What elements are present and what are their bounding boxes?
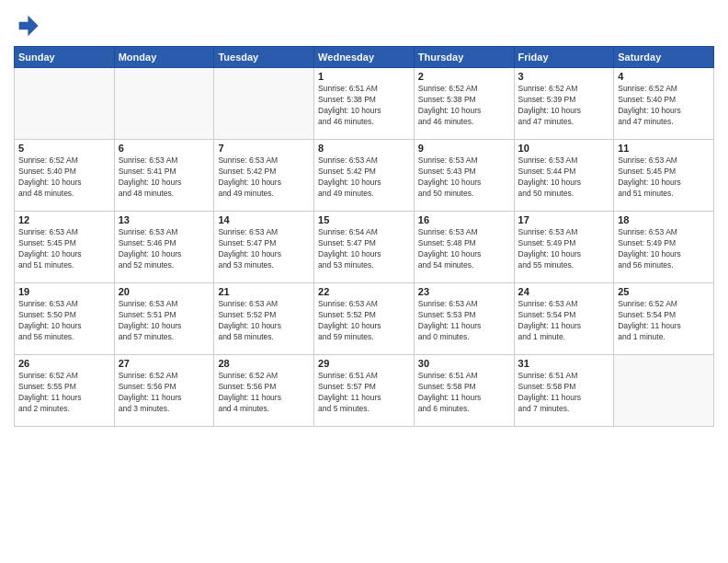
day-number: 20 — [119, 286, 210, 297]
day-cell: 19Sunrise: 6:53 AM Sunset: 5:50 PM Dayli… — [15, 283, 115, 355]
day-info: Sunrise: 6:53 AM Sunset: 5:51 PM Dayligh… — [119, 299, 210, 343]
day-cell: 4Sunrise: 6:52 AM Sunset: 5:40 PM Daylig… — [614, 68, 714, 140]
day-number: 22 — [318, 286, 410, 297]
day-cell: 17Sunrise: 6:53 AM Sunset: 5:49 PM Dayli… — [514, 212, 614, 283]
day-number: 11 — [618, 143, 710, 154]
day-number: 6 — [119, 143, 210, 154]
day-info: Sunrise: 6:53 AM Sunset: 5:48 PM Dayligh… — [418, 227, 510, 271]
day-number: 12 — [18, 214, 110, 225]
day-cell: 9Sunrise: 6:53 AM Sunset: 5:43 PM Daylig… — [414, 140, 514, 212]
day-number: 23 — [418, 286, 510, 297]
day-cell: 20Sunrise: 6:53 AM Sunset: 5:51 PM Dayli… — [114, 283, 214, 355]
day-header-wednesday: Wednesday — [314, 47, 415, 68]
day-cell — [614, 355, 714, 427]
day-number: 25 — [618, 286, 710, 297]
day-info: Sunrise: 6:53 AM Sunset: 5:50 PM Dayligh… — [18, 299, 110, 343]
day-info: Sunrise: 6:53 AM Sunset: 5:45 PM Dayligh… — [618, 155, 710, 200]
day-header-sunday: Sunday — [15, 47, 115, 68]
day-info: Sunrise: 6:51 AM Sunset: 5:38 PM Dayligh… — [318, 84, 410, 128]
day-info: Sunrise: 6:53 AM Sunset: 5:41 PM Dayligh… — [119, 155, 210, 200]
day-cell: 26Sunrise: 6:52 AM Sunset: 5:55 PM Dayli… — [15, 355, 115, 427]
day-cell: 5Sunrise: 6:52 AM Sunset: 5:40 PM Daylig… — [15, 140, 115, 212]
day-header-saturday: Saturday — [614, 47, 714, 68]
day-info: Sunrise: 6:53 AM Sunset: 5:42 PM Dayligh… — [318, 155, 410, 200]
day-number: 17 — [518, 214, 610, 225]
day-cell: 14Sunrise: 6:53 AM Sunset: 5:47 PM Dayli… — [214, 212, 314, 283]
day-number: 7 — [218, 143, 310, 154]
days-header-row: SundayMondayTuesdayWednesdayThursdayFrid… — [15, 47, 714, 68]
day-cell: 16Sunrise: 6:53 AM Sunset: 5:48 PM Dayli… — [414, 212, 514, 283]
day-number: 13 — [119, 214, 210, 225]
svg-marker-1 — [19, 16, 39, 36]
day-cell: 3Sunrise: 6:52 AM Sunset: 5:39 PM Daylig… — [514, 68, 614, 140]
week-row-2: 5Sunrise: 6:52 AM Sunset: 5:40 PM Daylig… — [15, 140, 714, 212]
day-cell — [114, 68, 214, 140]
day-info: Sunrise: 6:54 AM Sunset: 5:47 PM Dayligh… — [318, 227, 410, 271]
day-cell: 31Sunrise: 6:51 AM Sunset: 5:58 PM Dayli… — [514, 355, 614, 427]
week-row-4: 19Sunrise: 6:53 AM Sunset: 5:50 PM Dayli… — [15, 283, 714, 355]
day-cell: 12Sunrise: 6:53 AM Sunset: 5:45 PM Dayli… — [15, 212, 115, 283]
day-number: 1 — [318, 71, 410, 82]
day-info: Sunrise: 6:52 AM Sunset: 5:56 PM Dayligh… — [119, 371, 210, 415]
day-info: Sunrise: 6:52 AM Sunset: 5:56 PM Dayligh… — [218, 371, 310, 415]
day-cell: 28Sunrise: 6:52 AM Sunset: 5:56 PM Dayli… — [214, 355, 314, 427]
day-cell: 10Sunrise: 6:53 AM Sunset: 5:44 PM Dayli… — [514, 140, 614, 212]
day-number: 31 — [518, 358, 610, 369]
day-header-thursday: Thursday — [414, 47, 514, 68]
day-header-monday: Monday — [114, 47, 214, 68]
day-cell: 27Sunrise: 6:52 AM Sunset: 5:56 PM Dayli… — [114, 355, 214, 427]
day-cell: 15Sunrise: 6:54 AM Sunset: 5:47 PM Dayli… — [314, 212, 415, 283]
day-info: Sunrise: 6:53 AM Sunset: 5:44 PM Dayligh… — [518, 155, 610, 200]
day-info: Sunrise: 6:52 AM Sunset: 5:54 PM Dayligh… — [618, 299, 710, 343]
day-info: Sunrise: 6:51 AM Sunset: 5:58 PM Dayligh… — [418, 371, 510, 415]
day-cell: 29Sunrise: 6:51 AM Sunset: 5:57 PM Dayli… — [314, 355, 415, 427]
day-info: Sunrise: 6:53 AM Sunset: 5:54 PM Dayligh… — [518, 299, 610, 343]
day-info: Sunrise: 6:53 AM Sunset: 5:47 PM Dayligh… — [218, 227, 310, 271]
header — [14, 9, 714, 39]
day-info: Sunrise: 6:52 AM Sunset: 5:40 PM Dayligh… — [618, 84, 710, 128]
day-number: 27 — [119, 358, 210, 369]
day-cell: 23Sunrise: 6:53 AM Sunset: 5:53 PM Dayli… — [414, 283, 514, 355]
day-number: 10 — [518, 143, 610, 154]
day-info: Sunrise: 6:52 AM Sunset: 5:38 PM Dayligh… — [418, 84, 510, 128]
day-cell: 8Sunrise: 6:53 AM Sunset: 5:42 PM Daylig… — [314, 140, 415, 212]
day-info: Sunrise: 6:53 AM Sunset: 5:49 PM Dayligh… — [618, 227, 710, 271]
day-info: Sunrise: 6:53 AM Sunset: 5:46 PM Dayligh… — [119, 227, 210, 271]
day-number: 21 — [218, 286, 310, 297]
day-cell: 18Sunrise: 6:53 AM Sunset: 5:49 PM Dayli… — [614, 212, 714, 283]
day-info: Sunrise: 6:51 AM Sunset: 5:57 PM Dayligh… — [318, 371, 410, 415]
day-number: 2 — [418, 71, 510, 82]
day-cell: 24Sunrise: 6:53 AM Sunset: 5:54 PM Dayli… — [514, 283, 614, 355]
day-cell: 7Sunrise: 6:53 AM Sunset: 5:42 PM Daylig… — [214, 140, 314, 212]
day-number: 5 — [18, 143, 110, 154]
day-info: Sunrise: 6:53 AM Sunset: 5:42 PM Dayligh… — [218, 155, 310, 200]
day-number: 28 — [218, 358, 310, 369]
day-number: 19 — [18, 286, 110, 297]
day-info: Sunrise: 6:51 AM Sunset: 5:58 PM Dayligh… — [518, 371, 610, 415]
day-info: Sunrise: 6:53 AM Sunset: 5:43 PM Dayligh… — [418, 155, 510, 200]
page: SundayMondayTuesdayWednesdayThursdayFrid… — [0, 0, 728, 436]
week-row-1: 1Sunrise: 6:51 AM Sunset: 5:38 PM Daylig… — [15, 68, 714, 140]
day-number: 9 — [418, 143, 510, 154]
day-number: 8 — [318, 143, 410, 154]
day-info: Sunrise: 6:52 AM Sunset: 5:40 PM Dayligh… — [18, 155, 110, 200]
calendar-table: SundayMondayTuesdayWednesdayThursdayFrid… — [14, 46, 714, 427]
day-number: 14 — [218, 214, 310, 225]
logo-icon — [14, 13, 40, 39]
day-number: 3 — [518, 71, 610, 82]
day-number: 15 — [318, 214, 410, 225]
day-number: 30 — [418, 358, 510, 369]
day-cell: 1Sunrise: 6:51 AM Sunset: 5:38 PM Daylig… — [314, 68, 415, 140]
day-number: 29 — [318, 358, 410, 369]
logo — [14, 13, 43, 39]
day-info: Sunrise: 6:53 AM Sunset: 5:49 PM Dayligh… — [518, 227, 610, 271]
day-cell: 30Sunrise: 6:51 AM Sunset: 5:58 PM Dayli… — [414, 355, 514, 427]
day-header-tuesday: Tuesday — [214, 47, 314, 68]
day-info: Sunrise: 6:53 AM Sunset: 5:53 PM Dayligh… — [418, 299, 510, 343]
day-cell: 11Sunrise: 6:53 AM Sunset: 5:45 PM Dayli… — [614, 140, 714, 212]
day-cell — [214, 68, 314, 140]
day-cell: 21Sunrise: 6:53 AM Sunset: 5:52 PM Dayli… — [214, 283, 314, 355]
day-info: Sunrise: 6:52 AM Sunset: 5:55 PM Dayligh… — [18, 371, 110, 415]
day-number: 18 — [618, 214, 710, 225]
day-number: 24 — [518, 286, 610, 297]
